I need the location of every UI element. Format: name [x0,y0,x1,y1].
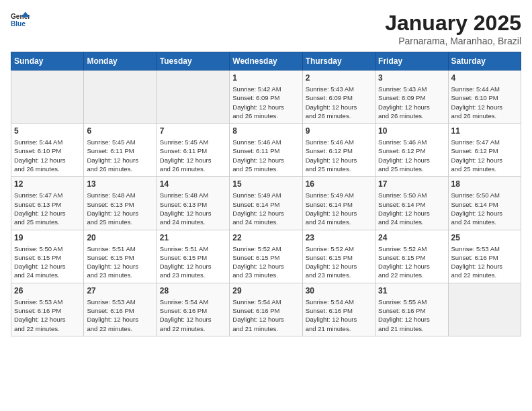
day-number: 2 [306,73,372,83]
day-info: Sunrise: 5:51 AM Sunset: 6:15 PM Dayligh… [87,244,153,280]
day-number: 12 [14,179,81,189]
day-number: 21 [160,233,226,242]
table-row: 17Sunrise: 5:50 AM Sunset: 6:14 PM Dayli… [375,177,448,230]
table-row: 26Sunrise: 5:53 AM Sunset: 6:16 PM Dayli… [11,283,84,336]
table-row: 23Sunrise: 5:52 AM Sunset: 6:15 PM Dayli… [302,230,375,283]
table-row: 5Sunrise: 5:44 AM Sunset: 6:10 PM Daylig… [11,124,84,177]
day-info: Sunrise: 5:49 AM Sunset: 6:14 PM Dayligh… [306,191,372,226]
header: General Blue January 2025 Parnarama, Mar… [11,11,521,46]
day-info: Sunrise: 5:54 AM Sunset: 6:16 PM Dayligh… [232,298,299,333]
header-tuesday: Tuesday [157,52,229,71]
day-info: Sunrise: 5:46 AM Sunset: 6:11 PM Dayligh… [232,138,299,173]
calendar-row: 5Sunrise: 5:44 AM Sunset: 6:10 PM Daylig… [11,124,521,177]
header-friday: Friday [375,52,448,71]
day-number: 11 [451,126,518,136]
table-row: 13Sunrise: 5:48 AM Sunset: 6:13 PM Dayli… [84,177,157,230]
day-number: 22 [232,233,299,242]
table-row: 24Sunrise: 5:52 AM Sunset: 6:15 PM Dayli… [375,230,448,283]
day-info: Sunrise: 5:44 AM Sunset: 6:10 PM Dayligh… [451,85,518,120]
day-info: Sunrise: 5:55 AM Sunset: 6:16 PM Dayligh… [378,298,445,333]
day-number: 3 [378,73,445,83]
day-number: 4 [451,73,518,83]
day-number: 25 [451,233,518,242]
table-row: 19Sunrise: 5:50 AM Sunset: 6:15 PM Dayli… [11,230,84,283]
table-row: 9Sunrise: 5:46 AM Sunset: 6:12 PM Daylig… [302,124,375,177]
day-number: 31 [378,286,445,295]
table-row: 22Sunrise: 5:52 AM Sunset: 6:15 PM Dayli… [230,230,302,283]
day-number: 20 [87,233,153,242]
day-info: Sunrise: 5:53 AM Sunset: 6:16 PM Dayligh… [87,298,153,333]
calendar-row: 19Sunrise: 5:50 AM Sunset: 6:15 PM Dayli… [11,230,521,283]
day-number: 5 [14,126,81,136]
day-info: Sunrise: 5:48 AM Sunset: 6:13 PM Dayligh… [87,191,153,226]
table-row: 1Sunrise: 5:42 AM Sunset: 6:09 PM Daylig… [230,71,302,124]
header-saturday: Saturday [448,52,521,71]
table-row: 15Sunrise: 5:49 AM Sunset: 6:14 PM Dayli… [230,177,302,230]
header-wednesday: Wednesday [230,52,302,71]
table-row: 2Sunrise: 5:43 AM Sunset: 6:09 PM Daylig… [302,71,375,124]
logo-icon: General Blue [11,11,30,30]
day-number: 29 [232,286,299,295]
day-info: Sunrise: 5:52 AM Sunset: 6:15 PM Dayligh… [306,244,372,280]
table-row: 10Sunrise: 5:46 AM Sunset: 6:12 PM Dayli… [375,124,448,177]
day-info: Sunrise: 5:52 AM Sunset: 6:15 PM Dayligh… [378,244,445,280]
table-row [84,71,157,124]
calendar-title: January 2025 [385,11,521,36]
day-number: 19 [14,233,81,242]
table-row: 20Sunrise: 5:51 AM Sunset: 6:15 PM Dayli… [84,230,157,283]
day-number: 28 [160,286,226,295]
calendar-row: 12Sunrise: 5:47 AM Sunset: 6:13 PM Dayli… [11,177,521,230]
day-info: Sunrise: 5:50 AM Sunset: 6:15 PM Dayligh… [14,244,81,280]
header-monday: Monday [84,52,157,71]
table-row: 31Sunrise: 5:55 AM Sunset: 6:16 PM Dayli… [375,283,448,336]
logo: General Blue [11,11,30,30]
day-number: 30 [306,286,372,295]
day-info: Sunrise: 5:42 AM Sunset: 6:09 PM Dayligh… [232,85,299,120]
table-row: 3Sunrise: 5:43 AM Sunset: 6:09 PM Daylig… [375,71,448,124]
day-info: Sunrise: 5:48 AM Sunset: 6:13 PM Dayligh… [160,191,226,226]
table-row: 28Sunrise: 5:54 AM Sunset: 6:16 PM Dayli… [157,283,229,336]
day-info: Sunrise: 5:46 AM Sunset: 6:12 PM Dayligh… [378,138,445,173]
table-row: 11Sunrise: 5:47 AM Sunset: 6:12 PM Dayli… [448,124,521,177]
day-info: Sunrise: 5:53 AM Sunset: 6:16 PM Dayligh… [14,298,81,333]
day-info: Sunrise: 5:54 AM Sunset: 6:16 PM Dayligh… [306,298,372,333]
day-number: 18 [451,179,518,189]
day-info: Sunrise: 5:50 AM Sunset: 6:14 PM Dayligh… [451,191,518,226]
day-info: Sunrise: 5:53 AM Sunset: 6:16 PM Dayligh… [451,244,518,280]
table-row: 14Sunrise: 5:48 AM Sunset: 6:13 PM Dayli… [157,177,229,230]
day-info: Sunrise: 5:44 AM Sunset: 6:10 PM Dayligh… [14,138,81,173]
table-row [157,71,229,124]
table-row: 27Sunrise: 5:53 AM Sunset: 6:16 PM Dayli… [84,283,157,336]
day-number: 17 [378,179,445,189]
table-row: 7Sunrise: 5:45 AM Sunset: 6:11 PM Daylig… [157,124,229,177]
svg-text:Blue: Blue [11,20,26,28]
day-number: 24 [378,233,445,242]
day-info: Sunrise: 5:47 AM Sunset: 6:12 PM Dayligh… [451,138,518,173]
table-row: 12Sunrise: 5:47 AM Sunset: 6:13 PM Dayli… [11,177,84,230]
day-number: 1 [232,73,299,83]
table-row: 4Sunrise: 5:44 AM Sunset: 6:10 PM Daylig… [448,71,521,124]
table-row [448,283,521,336]
day-number: 8 [232,126,299,136]
table-row: 6Sunrise: 5:45 AM Sunset: 6:11 PM Daylig… [84,124,157,177]
calendar-row: 26Sunrise: 5:53 AM Sunset: 6:16 PM Dayli… [11,283,521,336]
table-row: 29Sunrise: 5:54 AM Sunset: 6:16 PM Dayli… [230,283,302,336]
day-number: 14 [160,179,226,189]
table-row: 8Sunrise: 5:46 AM Sunset: 6:11 PM Daylig… [230,124,302,177]
table-row [11,71,84,124]
calendar-table: Sunday Monday Tuesday Wednesday Thursday… [11,52,521,336]
calendar-row: 1Sunrise: 5:42 AM Sunset: 6:09 PM Daylig… [11,71,521,124]
day-number: 23 [306,233,372,242]
header-thursday: Thursday [302,52,375,71]
day-number: 15 [232,179,299,189]
table-row: 30Sunrise: 5:54 AM Sunset: 6:16 PM Dayli… [302,283,375,336]
table-row: 25Sunrise: 5:53 AM Sunset: 6:16 PM Dayli… [448,230,521,283]
day-number: 13 [87,179,153,189]
day-info: Sunrise: 5:43 AM Sunset: 6:09 PM Dayligh… [378,85,445,120]
day-number: 9 [306,126,372,136]
day-number: 26 [14,286,81,295]
day-number: 16 [306,179,372,189]
day-info: Sunrise: 5:52 AM Sunset: 6:15 PM Dayligh… [232,244,299,280]
day-info: Sunrise: 5:45 AM Sunset: 6:11 PM Dayligh… [87,138,153,173]
day-info: Sunrise: 5:45 AM Sunset: 6:11 PM Dayligh… [160,138,226,173]
